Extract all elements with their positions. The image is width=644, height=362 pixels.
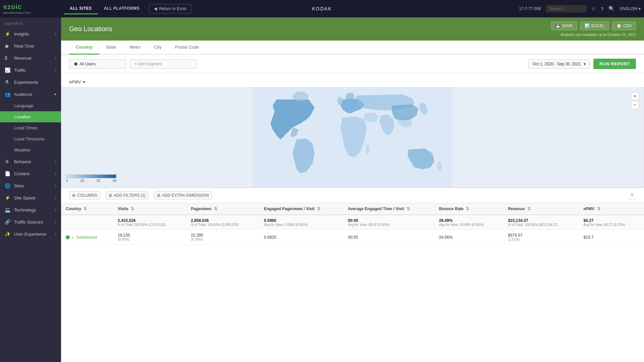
sidebar-item-user-experience[interactable]: ✨ User Experience › — [0, 228, 61, 240]
search-icon[interactable]: 🔍 — [608, 6, 615, 12]
row-pageviews: 22,395 (0.78%) — [186, 230, 259, 245]
sidebar-item-local-timezone[interactable]: Local Timezone — [0, 133, 61, 144]
star-icon[interactable]: ☆ — [591, 6, 596, 12]
svg-point-2 — [337, 97, 343, 105]
total-pageviews: 2,859,536 % of Total: 100.00% (2,859,536… — [186, 215, 259, 230]
tab-postal-code[interactable]: Postal Code — [168, 41, 206, 55]
sidebar-item-traffic[interactable]: 📈 Traffic › — [0, 64, 61, 76]
sidebar-item-behavior[interactable]: 🖱 Behavior › — [0, 156, 61, 168]
country-cell: ● Switzerland — [61, 230, 113, 245]
chevron-right-icon: › — [55, 184, 56, 188]
sidebar-item-realtime[interactable]: ◉ Real-Time — [0, 40, 61, 52]
total-epmv: $6.27 Avg for View: $6.27 (0.20%) — [579, 215, 644, 230]
col-pageviews[interactable]: Pageviews ⇅ — [186, 203, 259, 215]
sort-icon: ⇅ — [131, 206, 134, 211]
sidebar-item-location[interactable]: Location — [0, 111, 61, 122]
svg-point-5 — [366, 144, 370, 155]
epmv-selector[interactable]: ePMV ▾ — [69, 77, 636, 87]
sidebar-item-sites[interactable]: 🌐 Sites › — [0, 180, 61, 192]
chevron-down-icon: ▾ — [83, 79, 85, 84]
sidebar-item-revenue[interactable]: $ Revenue › — [0, 52, 61, 64]
arrow-left-icon: ◀ — [154, 6, 157, 11]
world-map[interactable] — [61, 87, 644, 187]
sidebar-item-content[interactable]: 📄 Content › — [0, 168, 61, 180]
col-engaged-pv[interactable]: Engaged Pageviews / Visit ⇅ — [259, 203, 343, 215]
col-epmv[interactable]: ePMV ⇅ — [579, 203, 644, 215]
col-visits[interactable]: Visits ⇅ — [113, 203, 186, 215]
sidebar-item-site-speed[interactable]: ⚡ Site Speed › — [0, 192, 61, 204]
help-icon[interactable]: ? — [601, 6, 603, 12]
header-actions: 💾 SAVE 📊 EXCEL 📋 CSV — [551, 21, 636, 30]
sort-icon: ⇅ — [214, 206, 217, 211]
excel-button[interactable]: 📊 EXCEL — [580, 21, 609, 30]
add-segment-input[interactable]: + Add Segment — [129, 59, 197, 69]
sort-icon: ⇅ — [407, 206, 410, 211]
col-country[interactable]: Country ⇅ — [61, 203, 113, 215]
header-right: 💾 SAVE 📊 EXCEL 📋 CSV Analytics are avail… — [551, 21, 636, 37]
country-link[interactable]: Switzerland — [76, 235, 97, 240]
nav-all-platforms[interactable]: ALL PLATFORMS — [98, 3, 146, 14]
sidebar-item-traffic-sources[interactable]: 🔗 Traffic Sources › — [0, 216, 61, 228]
csv-icon: 📋 — [616, 23, 622, 28]
tab-country[interactable]: Country — [69, 41, 99, 55]
main-layout: REPORTS ⚡ Insights › ◉ Real-Time $ Reven… — [0, 17, 644, 362]
columns-button[interactable]: ⊞ COLUMNS — [69, 191, 100, 199]
chevron-right-icon: › — [55, 68, 56, 72]
add-extra-dimension-button[interactable]: ⊞ ADD EXTRA DIMENSION — [154, 191, 212, 199]
realtime-icon: ◉ — [5, 43, 11, 49]
zoom-in-button[interactable]: + — [631, 92, 639, 100]
chevron-down-icon: ▾ — [639, 6, 641, 11]
date-range-picker[interactable]: Oct 1, 2020 - Sep 30, 2021 ▾ — [528, 59, 590, 69]
add-filters-button[interactable]: ⊞ ADD FILTERS (1) — [106, 191, 149, 199]
segment-dot — [74, 62, 77, 66]
col-avg-time[interactable]: Average Engaged Time / Visit ⇅ — [343, 203, 434, 215]
technology-icon: 💻 — [5, 207, 11, 213]
save-button[interactable]: 💾 SAVE — [551, 21, 577, 30]
return-to-ezoic-btn[interactable]: ◀ Return to Ezoic — [149, 4, 192, 13]
total-visits: 2,415,526 % of Total: 100.00% (2,415,526… — [113, 215, 186, 230]
sidebar-item-weather[interactable]: Weather — [0, 144, 61, 156]
sidebar-item-local-times[interactable]: Local Times — [0, 122, 61, 133]
sidebar-item-technology[interactable]: 💻 Technology › — [0, 204, 61, 216]
col-bounce-rate[interactable]: Bounce Rate ⇅ — [434, 203, 503, 215]
chevron-right-icon: › — [55, 160, 56, 164]
tab-city[interactable]: City — [147, 41, 168, 55]
map-container: ePMV ▾ — [61, 73, 644, 188]
svg-point-1 — [292, 92, 309, 102]
site-title: KODAK — [312, 6, 332, 11]
top-search-input[interactable] — [546, 5, 586, 12]
country-indicator: ● — [72, 235, 74, 240]
run-report-button[interactable]: RUN REPORT — [593, 59, 636, 69]
map-zoom-controls: + − — [631, 92, 639, 109]
map-wrapper: + − 0 20 40 60 — [61, 87, 644, 188]
sidebar-reports-label: REPORTS — [0, 17, 61, 28]
col-revenue[interactable]: Revenue ⇅ — [503, 203, 579, 215]
analytics-note: Analytics are available up to October 22… — [560, 33, 636, 37]
nav-all-sites[interactable]: ALL SITES — [64, 3, 98, 14]
language-selector[interactable]: ENGLISH ▾ — [620, 6, 641, 11]
sort-icon: ⇅ — [597, 206, 600, 211]
logo-sub: BIG DATA ANALYTICS — [3, 11, 31, 14]
sidebar-item-experiments[interactable]: ⚗ Experiments — [0, 76, 61, 88]
country-flag-dot — [66, 235, 70, 239]
legend-gradient — [66, 174, 116, 178]
csv-button[interactable]: 📋 CSV — [612, 21, 636, 30]
sidebar-item-audience[interactable]: 👥 Audience ▾ — [0, 88, 61, 100]
sidebar-item-insights[interactable]: ⚡ Insights › — [0, 28, 61, 40]
experiments-icon: ⚗ — [5, 79, 11, 85]
sidebar-item-language[interactable]: Language — [0, 100, 61, 111]
chevron-down-icon: ▾ — [584, 62, 586, 66]
dimension-icon: ⊞ — [157, 193, 160, 198]
tab-metro[interactable]: Metro — [123, 41, 147, 55]
filter-icon: ⊞ — [109, 193, 112, 198]
tab-state[interactable]: State — [99, 41, 123, 55]
table-search-input[interactable] — [628, 192, 636, 199]
legend-labels: 0 20 40 60 — [66, 179, 116, 183]
logo-area: ezoic BIG DATA ANALYTICS — [3, 3, 64, 14]
zoom-out-button[interactable]: − — [631, 101, 639, 109]
top-nav-links: ALL SITES ALL PLATFORMS ◀ Return to Ezoi… — [64, 3, 192, 14]
chevron-right-icon: › — [55, 56, 56, 60]
insights-icon: ⚡ — [5, 31, 11, 37]
filter-bar: All Users + Add Segment Oct 1, 2020 - Se… — [61, 55, 644, 73]
all-users-segment[interactable]: All Users — [69, 59, 126, 69]
